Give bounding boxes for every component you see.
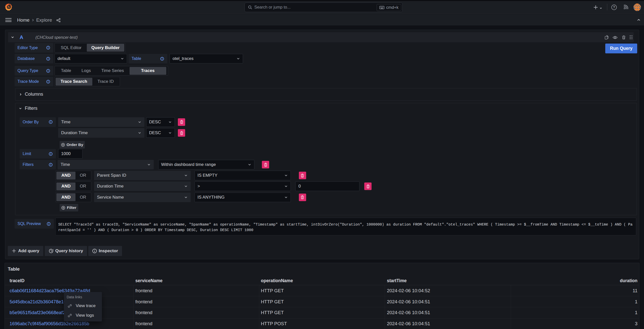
svg-text:?: ? [613, 5, 615, 9]
